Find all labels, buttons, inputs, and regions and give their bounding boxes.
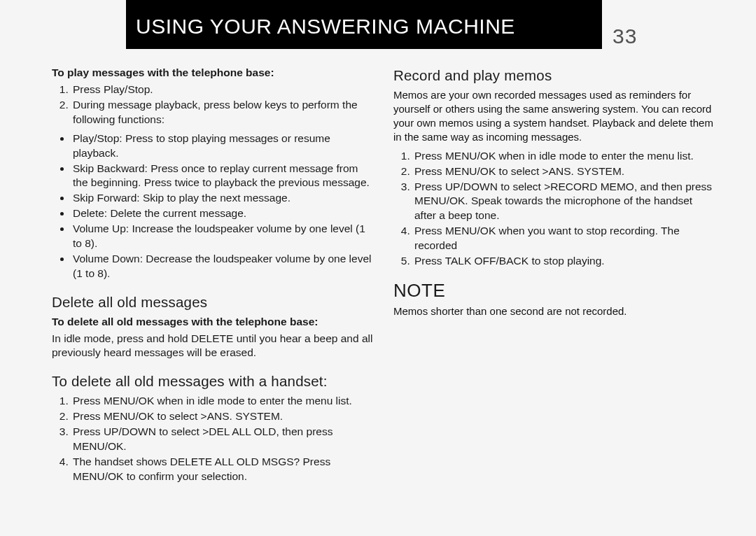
list-item: The handset shows DELETE ALL OLD MSGS? P… [71,455,374,484]
list-item: Press MENU/OK when you want to stop reco… [413,224,715,253]
delete-handset-steps: Press MENU/OK when in idle mode to enter… [52,394,374,484]
list-item: Skip Forward: Skip to play the next mess… [71,191,374,206]
list-item: Press UP/DOWN to select >DEL ALL OLD, th… [71,425,374,454]
heading-delete-all: Delete all old messages [52,292,374,312]
page-title: USING YOUR ANSWERING MACHINE [126,13,515,41]
list-item: Press UP/DOWN to select >RECORD MEMO, an… [413,180,715,224]
lead-play-base: To play messages with the telephone base… [52,66,374,80]
record-memos-text: Memos are your own recorded messages use… [393,88,715,145]
heading-note: NOTE [393,278,715,303]
list-item: Press TALK OFF/BACK to stop playing. [413,254,715,269]
title-bar: USING YOUR ANSWERING MACHINE [126,0,602,49]
list-item: Delete: Delete the current message. [71,206,374,221]
list-item: Press MENU/OK to select >ANS. SYSTEM. [71,409,374,424]
heading-record-memos: Record and play memos [393,66,715,85]
list-item: Play/Stop: Press to stop playing message… [71,132,374,161]
play-base-functions: Play/Stop: Press to stop playing message… [52,132,374,281]
page-number: 33 [612,22,637,51]
delete-base-text: In idle mode, press and hold DELETE unti… [52,332,374,361]
note-text: Memos shorter than one second are not re… [393,304,715,318]
right-column: Record and play memos Memos are your own… [393,66,715,488]
list-item: During message playback, press below key… [71,98,374,127]
heading-delete-handset: To delete all old messages with a handse… [52,372,374,391]
content-columns: To play messages with the telephone base… [0,49,756,488]
lead-delete-base: To delete all old messages with the tele… [52,315,374,330]
manual-page: USING YOUR ANSWERING MACHINE 33 To play … [0,0,756,536]
list-item: Press MENU/OK when in idle mode to enter… [71,394,374,409]
left-column: To play messages with the telephone base… [52,66,374,488]
list-item: Volume Down: Decrease the loudspeaker vo… [71,252,374,281]
list-item: Skip Backward: Press once to replay curr… [71,162,374,191]
list-item: Press MENU/OK when in idle mode to enter… [413,149,715,164]
list-item: Press Play/Stop. [71,83,374,97]
list-item: Press MENU/OK to select >ANS. SYSTEM. [413,164,715,179]
record-memos-steps: Press MENU/OK when in idle mode to enter… [393,149,715,269]
list-item: Volume Up: Increase the loudspeaker volu… [71,222,374,251]
play-base-steps: Press Play/Stop. During message playback… [52,83,374,127]
